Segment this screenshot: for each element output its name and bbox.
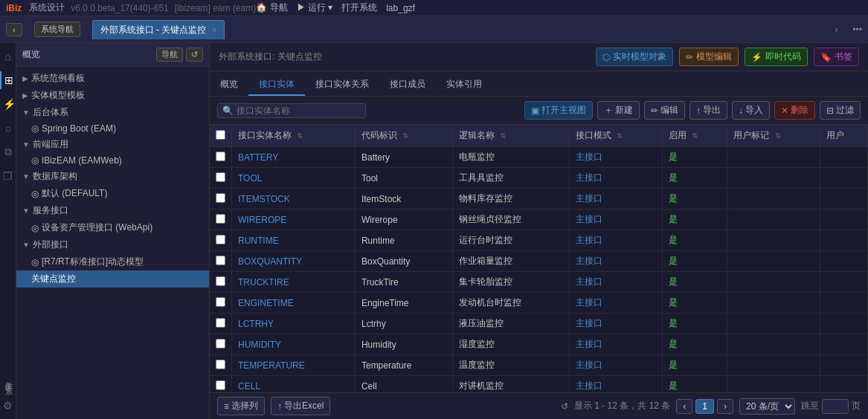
col-code[interactable]: 代码标识 ⇅ (355, 125, 452, 147)
next-page-btn[interactable]: › (717, 399, 733, 414)
row-checkbox[interactable] (216, 193, 225, 203)
nav-back-btn[interactable]: ‹ (6, 23, 22, 36)
table-row[interactable]: BATTERY Battery 电瓶监控 主接口 是 (210, 147, 868, 168)
table-row[interactable]: RUNTIME Runtime 运行台时监控 主接口 是 (210, 230, 868, 251)
subnav-relation[interactable]: 接口实体关系 (305, 74, 379, 96)
row-mode[interactable]: 主接口 (570, 272, 663, 293)
row-name[interactable]: TEMPERATURE (232, 355, 356, 376)
table-row[interactable]: ITEMSTOCK ItemStock 物料库存监控 主接口 是 (210, 189, 868, 210)
sidebar-item-backend[interactable]: ▼ 后台体系 (16, 104, 209, 121)
col-user-tag[interactable]: 用户标记 ⇅ (727, 125, 820, 147)
sidebar-item-frontend[interactable]: ▼ 前端应用 (16, 136, 209, 153)
actual-model-btn[interactable]: ⬡ 实时模型对象 (596, 48, 673, 66)
sidebar-nav-btn[interactable]: 导航 (156, 48, 183, 62)
sidebar-item-db-arch[interactable]: ▼ 数据库架构 (16, 168, 209, 185)
table-row[interactable]: WIREROPE Wirerope 钢丝绳贞径监控 主接口 是 (210, 210, 868, 230)
select-cols-btn[interactable]: ≡ 选择列 (217, 397, 265, 415)
sidebar-refresh-btn[interactable]: ↺ (186, 48, 203, 62)
row-name[interactable]: ENGINETIME (232, 293, 356, 314)
settings-icon[interactable]: ⚙ (0, 397, 16, 415)
export-btn[interactable]: ↑ 导出 (689, 101, 727, 120)
open-main-view-btn[interactable]: ▣ 打开主视图 (524, 101, 593, 120)
search-box[interactable]: 🔍 (217, 103, 366, 118)
row-mode[interactable]: 主接口 (570, 230, 663, 251)
row-name[interactable]: TRUCKTIRE (232, 272, 356, 293)
subnav-entity-ref[interactable]: 实体引用 (436, 74, 492, 96)
sidebar-item-device-mgr[interactable]: ◎ 设备资产管理接口 (WebApi) (16, 219, 209, 236)
row-mode[interactable]: 主接口 (570, 355, 663, 376)
row-name[interactable]: TOOL (232, 168, 356, 189)
model-edit-btn[interactable]: ✏ 模型编辑 (679, 48, 739, 66)
nav-sys-btn[interactable]: 系统导航 (34, 22, 80, 37)
database-icon[interactable]: ⊞ (0, 71, 16, 89)
sidebar-item-r7rt[interactable]: ◎ [R7/RT标准接口]动态模型 (16, 253, 209, 270)
search-icon[interactable]: ⌕ (0, 119, 16, 137)
refresh-icon[interactable]: ↺ (561, 401, 568, 412)
table-row[interactable]: TOOL Tool 工具具监控 主接口 是 (210, 168, 868, 189)
goto-input[interactable]: 1 (822, 399, 849, 414)
delete-btn[interactable]: ✕ 删除 (774, 101, 815, 120)
row-name[interactable]: WIREROPE (232, 210, 356, 230)
sidebar-item-ibizeam[interactable]: ◎ IBizEAM (EAMWeb) (16, 153, 209, 168)
row-mode[interactable]: 主接口 (570, 334, 663, 355)
col-name[interactable]: 接口实体名称 ⇅ (232, 125, 356, 147)
subnav-overview[interactable]: 概览 (210, 74, 248, 96)
select-all-checkbox[interactable] (216, 130, 225, 140)
sidebar-item-spring-boot[interactable]: ◎ Spring Boot (EAM) (16, 121, 209, 136)
row-name[interactable]: HUMIDITY (232, 334, 356, 355)
row-name[interactable]: LCTRHY (232, 314, 356, 334)
table-row[interactable]: BOXQUANTITY BoxQuantity 作业箱量监控 主接口 是 (210, 251, 868, 272)
topbar-nav[interactable]: 🏠 导航 (256, 1, 287, 14)
row-checkbox[interactable] (216, 256, 225, 265)
sidebar-item-key-monitor[interactable]: 关键点监控 (16, 270, 209, 288)
row-checkbox[interactable] (216, 339, 225, 348)
row-checkbox[interactable] (216, 172, 225, 182)
row-mode[interactable]: 主接口 (570, 210, 663, 230)
col-mode[interactable]: 接口模式 ⇅ (570, 125, 663, 147)
instant-code-btn[interactable]: ⚡ 即时代码 (745, 48, 808, 66)
row-mode[interactable]: 主接口 (570, 147, 663, 168)
subnav-entity[interactable]: 接口实体 (248, 74, 305, 96)
row-checkbox[interactable] (216, 360, 225, 369)
col-logic-name[interactable]: 逻辑名称 ⇅ (453, 125, 570, 147)
topbar-open[interactable]: 打开系统 (341, 1, 377, 14)
row-checkbox[interactable] (216, 235, 225, 244)
edit-btn[interactable]: ✏ 编辑 (644, 101, 685, 120)
col-enabled[interactable]: 启用 ⇅ (662, 125, 727, 147)
lightning-icon[interactable]: ⚡ (0, 95, 16, 113)
bookmarks-btn[interactable]: 🔖 书签 (814, 48, 859, 66)
sidebar-item-default[interactable]: ◎ 默认 (DEFAULT) (16, 185, 209, 202)
row-mode[interactable]: 主接口 (570, 376, 663, 393)
prev-page-btn[interactable]: ‹ (676, 399, 692, 414)
sidebar-item-sys-examples[interactable]: ▶ 系统范例看板 (16, 70, 209, 87)
table-row[interactable]: LCTRHY Lctrhy 液压油监控 主接口 是 (210, 314, 868, 334)
row-name[interactable]: CELL (232, 376, 356, 393)
row-mode[interactable]: 主接口 (570, 189, 663, 210)
row-mode[interactable]: 主接口 (570, 168, 663, 189)
table-row[interactable]: TRUCKTIRE TruckTire 集卡轮胎监控 主接口 是 (210, 272, 868, 293)
layers-icon[interactable]: ⧉ (0, 143, 16, 161)
table-row[interactable]: HUMIDITY Humidity 湿度监控 主接口 是 (210, 334, 868, 355)
import-btn[interactable]: ↓ 导入 (732, 101, 770, 120)
search-input[interactable] (237, 105, 361, 116)
row-mode[interactable]: 主接口 (570, 251, 663, 272)
row-name[interactable]: BATTERY (232, 147, 356, 168)
row-checkbox[interactable] (216, 152, 225, 161)
sidebar-item-service-if[interactable]: ▼ 服务接口 (16, 202, 209, 219)
filter-btn[interactable]: ⊟ 过滤 (820, 101, 861, 120)
row-checkbox[interactable] (216, 380, 225, 390)
row-checkbox[interactable] (216, 297, 225, 307)
row-mode[interactable]: 主接口 (570, 293, 663, 314)
row-checkbox[interactable] (216, 318, 225, 328)
subnav-member[interactable]: 接口成员 (379, 74, 436, 96)
row-checkbox[interactable] (216, 276, 225, 286)
table-row[interactable]: TEMPERATURE Temperature 温度监控 主接口 是 (210, 355, 868, 376)
table-row[interactable]: ENGINETIME EngineTime 发动机台时监控 主接口 是 (210, 293, 868, 314)
new-btn[interactable]: ＋ 新建 (597, 101, 640, 120)
topbar-run[interactable]: ▶ 运行 ▾ (297, 1, 333, 14)
row-name[interactable]: RUNTIME (232, 230, 356, 251)
tab-more-btn[interactable]: › (835, 25, 838, 35)
tab-close-icon[interactable]: × (212, 26, 216, 34)
sidebar-item-entity-templates[interactable]: ▶ 实体模型模板 (16, 87, 209, 104)
row-mode[interactable]: 主接口 (570, 314, 663, 334)
